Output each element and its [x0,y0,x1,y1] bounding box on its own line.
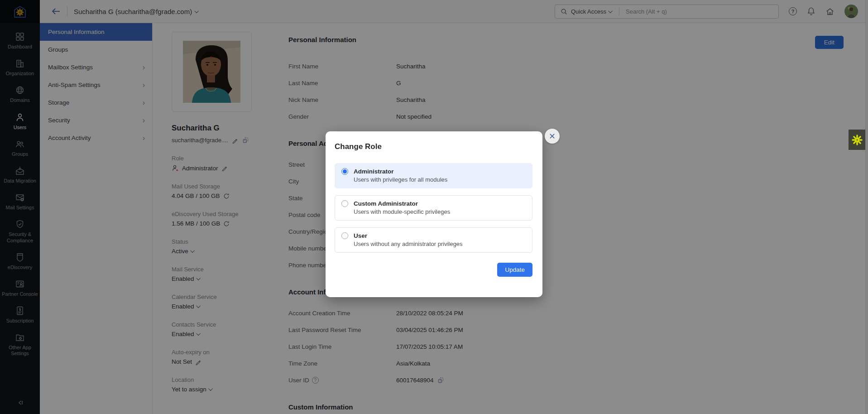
radio-unselected-icon [341,200,348,207]
radio-selected-icon [341,168,348,175]
modal-close-button[interactable] [545,129,560,144]
role-option-custom-administrator[interactable]: Custom Administrator Users with module-s… [335,195,532,221]
feedback-widget-tab[interactable] [849,130,865,150]
role-options: Administrator Users with privileges for … [335,163,532,253]
asterisk-icon [851,134,863,146]
modal-title: Change Role [335,142,532,151]
update-button[interactable]: Update [497,263,532,277]
close-icon [549,133,555,139]
role-option-user[interactable]: User Users without any administrator pri… [335,227,532,253]
change-role-modal: Change Role Administrator Users with pri… [326,131,542,297]
radio-unselected-icon [341,232,348,239]
role-option-administrator[interactable]: Administrator Users with privileges for … [335,163,532,188]
